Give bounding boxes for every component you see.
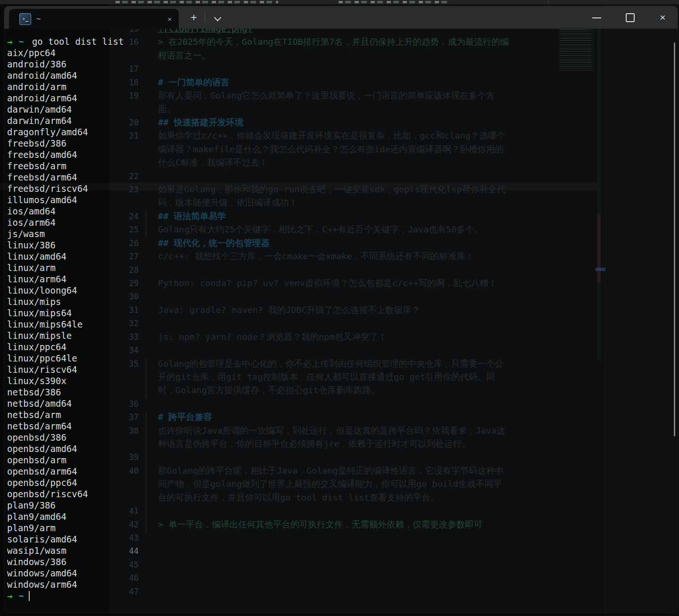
prompt-path: ~ bbox=[18, 591, 24, 601]
terminal-output-line: plan9/amd64 bbox=[7, 511, 66, 522]
terminal-command-line: →~go tool dist list bbox=[7, 36, 124, 47]
terminal-output-line: openbsd/arm64 bbox=[7, 466, 77, 477]
terminal-output-line: android/386 bbox=[7, 58, 66, 70]
terminal-output-line: openbsd/riscv64 bbox=[7, 488, 88, 500]
terminal-output-line: ios/arm64 bbox=[7, 217, 56, 228]
terminal-output-line: ios/amd64 bbox=[7, 205, 56, 217]
chevron-down-icon bbox=[214, 14, 222, 22]
terminal-output-line: freebsd/386 bbox=[7, 138, 66, 149]
terminal-output-line: linux/s390x bbox=[7, 375, 66, 386]
terminal-output-line: android/amd64 bbox=[7, 70, 77, 81]
prompt-arrow: → bbox=[7, 36, 12, 47]
terminal-output-line: openbsd/386 bbox=[7, 432, 66, 443]
terminal-output-line: freebsd/arm64 bbox=[7, 172, 77, 183]
terminal-output-line: aix/ppc64 bbox=[7, 47, 56, 58]
terminal-output-line: linux/arm64 bbox=[7, 273, 66, 285]
minimize-icon bbox=[592, 17, 601, 18]
terminal-output-line: openbsd/arm bbox=[7, 454, 66, 466]
maximize-icon bbox=[626, 13, 635, 22]
screen: { "window": { "tab_title": "~", "tab_clo… bbox=[0, 0, 679, 616]
titlebar-separator bbox=[205, 12, 205, 23]
prompt-path: ~ bbox=[18, 36, 24, 47]
clipped-text-fragment bbox=[339, 1, 448, 3]
clipped-text-fragment bbox=[116, 1, 278, 3]
terminal-output-line: linux/loong64 bbox=[7, 285, 77, 296]
terminal-output-line: linux/amd64 bbox=[7, 251, 66, 262]
terminal-tab-title: ~ bbox=[36, 9, 41, 29]
terminal-output-line: linux/ppc64le bbox=[7, 353, 77, 364]
terminal-output-line: android/arm bbox=[7, 81, 66, 92]
close-icon: × bbox=[652, 6, 674, 29]
terminal-output-line: wasip1/wasm bbox=[7, 545, 66, 556]
terminal-output-line: freebsd/amd64 bbox=[7, 149, 77, 160]
terminal-tab[interactable]: ›_ ~ × bbox=[9, 9, 179, 29]
terminal-output-line: freebsd/arm bbox=[7, 160, 66, 172]
terminal-output-line: windows/arm64 bbox=[7, 579, 77, 590]
terminal-output-line: linux/mipsle bbox=[7, 330, 72, 341]
terminal-output-line: windows/386 bbox=[7, 556, 66, 567]
prompt-arrow: → bbox=[7, 591, 12, 601]
terminal-output-line: linux/mips64 bbox=[7, 307, 72, 319]
terminal-output-line: freebsd/riscv64 bbox=[7, 183, 88, 194]
terminal-output-line: netbsd/arm64 bbox=[7, 420, 72, 432]
minimize-button[interactable] bbox=[586, 6, 608, 29]
terminal-output-line: netbsd/386 bbox=[7, 386, 61, 398]
clipped-window-top-edge bbox=[0, 0, 679, 4]
clipped-divider bbox=[548, 0, 549, 4]
terminal-output-line: linux/ppc64 bbox=[7, 341, 66, 353]
terminal-output-line: windows/amd64 bbox=[7, 567, 77, 579]
terminal-output-line: plan9/arm bbox=[7, 522, 56, 534]
terminal-output-line: plan9/386 bbox=[7, 500, 56, 511]
powershell-icon: ›_ bbox=[19, 13, 31, 25]
terminal-scrollbar-thumb[interactable] bbox=[674, 42, 675, 436]
tab-dropdown-button[interactable] bbox=[209, 9, 226, 26]
terminal-output-line: linux/mips bbox=[7, 296, 61, 307]
close-button[interactable]: × bbox=[652, 6, 674, 29]
terminal-output-line: illumos/amd64 bbox=[7, 194, 77, 205]
terminal-output-line: netbsd/arm bbox=[7, 409, 61, 420]
terminal-prompt-line: →~ bbox=[7, 590, 30, 601]
terminal-output-line: darwin/amd64 bbox=[7, 104, 72, 115]
terminal-output-line: netbsd/amd64 bbox=[7, 398, 72, 409]
terminal-titlebar[interactable]: ›_ ~ × + × bbox=[4, 6, 678, 29]
terminal-output-line: solaris/amd64 bbox=[7, 534, 77, 545]
terminal-output-line: linux/arm bbox=[7, 262, 56, 273]
terminal-output-line: dragonfly/amd64 bbox=[7, 126, 88, 138]
terminal-output-line: openbsd/amd64 bbox=[7, 443, 77, 454]
command-text: go tool dist list bbox=[32, 36, 124, 47]
terminal-output-line: android/arm64 bbox=[7, 92, 77, 104]
new-tab-button[interactable]: + bbox=[185, 9, 202, 26]
terminal-output-line: openbsd/ppc64 bbox=[7, 477, 77, 488]
terminal-output-line: linux/mips64le bbox=[7, 319, 83, 330]
terminal-output-line: linux/386 bbox=[7, 239, 56, 251]
tab-close-button[interactable]: × bbox=[161, 9, 179, 29]
terminal-output-line: darwin/arm64 bbox=[7, 115, 72, 126]
terminal-output-line: js/wasm bbox=[7, 228, 45, 239]
terminal-cursor bbox=[29, 591, 30, 601]
terminal-window: ›_ ~ × + × →~go tool dist listaix/ppc64a… bbox=[4, 6, 678, 613]
maximize-button[interactable] bbox=[619, 6, 641, 29]
terminal-output-line: linux/riscv64 bbox=[7, 364, 77, 375]
terminal-output-area[interactable]: →~go tool dist listaix/ppc64android/386a… bbox=[4, 29, 678, 612]
